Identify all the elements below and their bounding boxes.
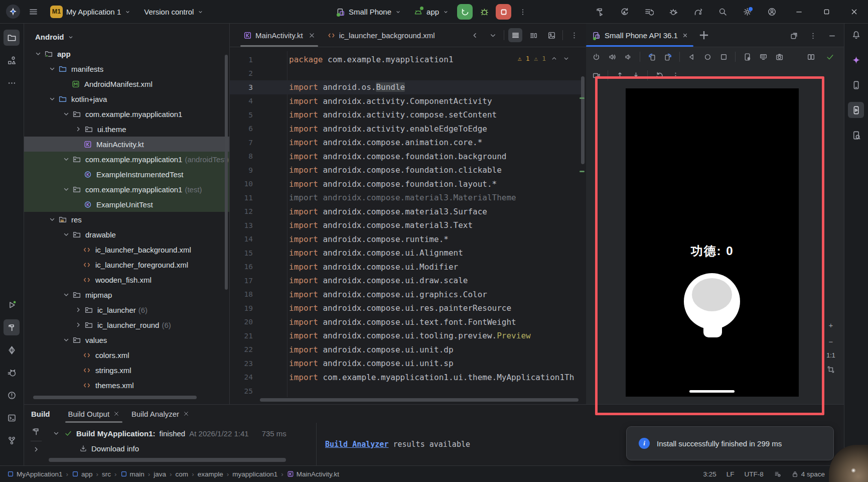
device-panel-more-button[interactable] bbox=[806, 29, 820, 43]
encoding-widget[interactable]: UTF-8 bbox=[744, 470, 763, 478]
indent-widget[interactable]: 4 space bbox=[791, 470, 825, 478]
code-line-7[interactable]: 7import androidx.compose.animation.core.… bbox=[230, 136, 581, 150]
breadcrumb-com[interactable]: com bbox=[176, 470, 189, 478]
code-line-4[interactable]: 4import androidx.activity.ComponentActiv… bbox=[230, 94, 581, 108]
breadcrumb-mainactivity.kt[interactable]: MainActivity.kt bbox=[287, 470, 339, 478]
chevron-left-button[interactable] bbox=[468, 28, 482, 42]
tool-window-button-gemini-assist[interactable] bbox=[848, 52, 864, 68]
install-notification[interactable]: i Install successfully finished in 299 m… bbox=[626, 426, 834, 460]
code-line-17[interactable]: 17import androidx.compose.ui.draw.scale bbox=[230, 274, 581, 288]
tree-item-exampleunittest[interactable]: ExampleUnitTest bbox=[24, 197, 229, 212]
device-nav-back-button[interactable] bbox=[684, 50, 698, 64]
code-line-6[interactable]: 6import androidx.activity.enableEdgeToEd… bbox=[230, 122, 581, 136]
tool-window-button-running-devices[interactable] bbox=[848, 102, 864, 118]
build-tab-build-output[interactable]: Build Output bbox=[63, 405, 125, 423]
tree-item-themes-xml[interactable]: themes.xml bbox=[24, 378, 229, 393]
breadcrumb-app[interactable]: app bbox=[72, 470, 93, 478]
code-line-20[interactable]: 20import androidx.compose.ui.text.font.F… bbox=[230, 315, 581, 329]
code-line-13[interactable]: 13import androidx.compose.material3.Text bbox=[230, 218, 581, 232]
chevron-down-button[interactable] bbox=[486, 28, 500, 42]
tree-item-mainactivity-kt[interactable]: MainActivity.kt bbox=[24, 137, 229, 152]
code-line-5[interactable]: 5import androidx.activity.compose.setCon… bbox=[230, 108, 581, 122]
tree-item-drawable[interactable]: drawable bbox=[24, 227, 229, 242]
tree-item-exampleinstrumentedtest[interactable]: ExampleInstrumentedTest bbox=[24, 167, 229, 182]
tree-item-ui-theme[interactable]: ui.theme bbox=[24, 122, 229, 137]
code-line-2[interactable]: 2 bbox=[230, 67, 581, 81]
device-nav-overview-button[interactable] bbox=[716, 50, 731, 64]
settings-button[interactable] bbox=[740, 5, 754, 19]
sync-button[interactable] bbox=[617, 5, 631, 19]
account-button[interactable] bbox=[765, 5, 779, 19]
caret-position-widget[interactable]: 3:25 bbox=[703, 470, 716, 478]
maximize-button[interactable] bbox=[813, 0, 840, 23]
add-device-tab-button[interactable] bbox=[697, 29, 710, 42]
tool-window-button-problems[interactable] bbox=[4, 387, 20, 403]
device-compare-screens-button[interactable] bbox=[804, 50, 818, 64]
chevron-down-button[interactable] bbox=[562, 55, 570, 62]
project-view-selector[interactable]: Android bbox=[24, 24, 229, 46]
tree-item-kotlin-java[interactable]: kotlin+java bbox=[24, 91, 229, 106]
debug-button[interactable] bbox=[477, 5, 492, 20]
code-line-9[interactable]: 9import androidx.compose.foundation.clic… bbox=[230, 163, 581, 177]
code-view-button[interactable] bbox=[508, 28, 522, 42]
breadcrumb-myapplication1[interactable]: myapplication1 bbox=[232, 470, 277, 478]
editor-horizontal-scrollbar[interactable] bbox=[260, 398, 578, 402]
device-nav-home-button[interactable] bbox=[700, 50, 714, 64]
editor-options-button[interactable] bbox=[567, 28, 581, 42]
chevron-up-button[interactable] bbox=[550, 55, 558, 62]
tree-item-ic-launcher-background-xml[interactable]: ic_launcher_background.xml bbox=[24, 242, 229, 257]
tree-item-com-example-myapplication1[interactable]: com.example.myapplication1(androidTest) bbox=[24, 152, 229, 167]
device-volume-down-button[interactable] bbox=[621, 50, 635, 64]
tree-item-wooden-fish-xml[interactable]: wooden_fish.xml bbox=[24, 272, 229, 287]
editor-tab-ic_launcher_background.xml[interactable]: ic_launcher_background.xml bbox=[321, 24, 441, 47]
code-line-24[interactable]: 24import com.example.myapplication1.ui.t… bbox=[230, 371, 581, 385]
breadcrumb-main[interactable]: main bbox=[120, 470, 144, 478]
device-panel-hide-panel-button[interactable] bbox=[825, 29, 839, 43]
breadcrumb-example[interactable]: example bbox=[198, 470, 223, 478]
project-vertical-scrollbar[interactable] bbox=[225, 55, 228, 290]
tool-window-button-structure[interactable] bbox=[4, 52, 20, 68]
build-hammer-icon[interactable] bbox=[31, 427, 41, 437]
close-button[interactable] bbox=[840, 0, 868, 23]
project-selector[interactable]: M1 My Application 1 bbox=[46, 3, 135, 21]
tool-window-button-device-manager[interactable] bbox=[848, 77, 864, 93]
code-editor[interactable]: 1package com.example.myapplication123imp… bbox=[230, 47, 586, 404]
tree-item-com-example-myapplication1[interactable]: com.example.myapplication1 bbox=[24, 106, 229, 122]
breadcrumb-src[interactable]: src bbox=[102, 470, 111, 478]
device-volume-up-button[interactable] bbox=[605, 50, 619, 64]
tree-item-androidmanifest-xml[interactable]: AndroidManifest.xml bbox=[24, 76, 229, 91]
gradle-sync-button[interactable] bbox=[691, 5, 705, 19]
close-icon[interactable] bbox=[183, 411, 189, 417]
build-tree-result-row[interactable]: Build MyApplication1:finishedAt 2026/1/2… bbox=[52, 426, 286, 441]
zoom-fit-button[interactable] bbox=[825, 364, 837, 376]
device-tab[interactable]: Small Phone API 36.1 bbox=[586, 24, 693, 47]
task-history-button[interactable] bbox=[642, 5, 656, 19]
zoom-in-button[interactable]: + bbox=[825, 319, 837, 331]
tree-item-app[interactable]: app bbox=[24, 46, 229, 61]
rerun-app-button[interactable] bbox=[457, 4, 473, 20]
split-view-button[interactable] bbox=[526, 28, 540, 42]
tree-item-colors-xml[interactable]: colors.xml bbox=[24, 347, 229, 363]
device-device-ok-button[interactable] bbox=[823, 50, 837, 64]
device-panel-open-window-button[interactable] bbox=[787, 29, 801, 43]
code-line-16[interactable]: 16import androidx.compose.ui.Modifier bbox=[230, 260, 581, 274]
run-configuration-selector[interactable]: app bbox=[409, 5, 453, 19]
close-icon[interactable] bbox=[113, 411, 119, 417]
search-button[interactable] bbox=[715, 5, 730, 19]
tree-item-ic-launcher[interactable]: ic_launcher(6) bbox=[24, 302, 229, 317]
tool-window-button-app-quality-insights[interactable] bbox=[4, 365, 20, 381]
device-power-button[interactable] bbox=[589, 50, 603, 64]
code-line-10[interactable]: 10import androidx.compose.foundation.lay… bbox=[230, 177, 581, 191]
tree-item-res[interactable]: res bbox=[24, 212, 229, 227]
more-run-options-button[interactable] bbox=[515, 5, 530, 20]
tool-window-button-project[interactable] bbox=[4, 30, 20, 46]
device-rotate-right-button[interactable] bbox=[661, 50, 675, 64]
code-line-19[interactable]: 19import androidx.compose.ui.res.painter… bbox=[230, 301, 581, 315]
tool-window-button-terminal[interactable] bbox=[4, 410, 20, 426]
attach-debugger-button[interactable] bbox=[666, 5, 680, 19]
code-line-14[interactable]: 14import androidx.compose.runtime.* bbox=[230, 232, 581, 247]
expand-console-icon[interactable] bbox=[32, 445, 40, 453]
project-horizontal-scrollbar[interactable] bbox=[33, 396, 197, 399]
tree-item-mipmap[interactable]: mipmap bbox=[24, 287, 229, 302]
stop-app-button[interactable] bbox=[496, 4, 511, 20]
